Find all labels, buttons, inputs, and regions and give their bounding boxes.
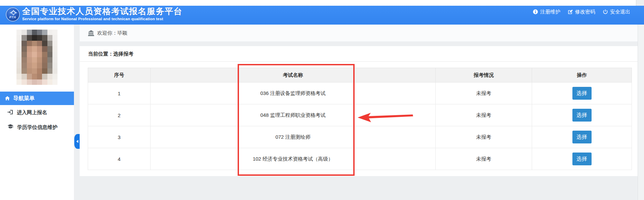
header-link-2[interactable]: 修改密码	[568, 8, 595, 15]
avatar-pixel	[52, 46, 57, 52]
avatar-pixel	[16, 74, 22, 79]
page-title: 全国专业技术人员资格考试报名服务平台	[22, 7, 183, 16]
header-titles: 全国专业技术人员资格考试报名服务平台 Service platform for …	[22, 7, 183, 21]
avatar-pixel	[37, 57, 42, 63]
exam-status-cell: 未报考	[436, 148, 532, 170]
avatar-pixel	[42, 41, 47, 46]
avatar-pixel	[52, 52, 57, 57]
avatar-pixel	[37, 46, 42, 52]
avatar-pixel	[27, 57, 32, 63]
table-row: 4102 经济专业技术资格考试（高级）未报考选择	[88, 148, 632, 170]
lotus-emblem-icon	[9, 9, 18, 16]
avatar-pixel	[37, 41, 42, 46]
header-link-1[interactable]: 注册维护	[533, 8, 560, 15]
avatar-pixel	[32, 74, 37, 79]
sidebar-nav-header: 导航菜单	[0, 92, 74, 105]
avatar-pixel	[42, 35, 47, 40]
avatar-pixel	[32, 46, 37, 52]
avatar-pixel	[16, 63, 22, 68]
header-link-3[interactable]: 安全退出	[603, 8, 630, 15]
avatar-pixel	[27, 41, 32, 46]
page-subtitle: Service platform for National Profession…	[22, 17, 183, 21]
avatar-pixel	[52, 79, 57, 85]
home-icon	[5, 96, 10, 101]
exam-table: 序号考试名称报考情况操作 1036 注册设备监理师资格考试未报考选择2048 监…	[88, 68, 632, 170]
main-content: 欢迎你：毕颖 当前位置：选择报考 序号考试名称报考情况操作 1036 注册设备监…	[80, 25, 638, 200]
avatar-pixel	[47, 63, 52, 68]
avatar-pixel	[22, 41, 27, 46]
avatar-pixel	[47, 79, 52, 85]
table-header-row: 序号考试名称报考情况操作	[88, 68, 632, 82]
screen: PTA 全国专业技术人员资格考试报名服务平台 Service platform …	[0, 0, 644, 200]
avatar-pixel	[32, 35, 37, 40]
avatar-pixel	[42, 79, 47, 85]
avatar-pixel	[37, 79, 42, 85]
table-row: 1036 注册设备监理师资格考试未报考选择	[88, 82, 632, 104]
select-button[interactable]: 选择	[572, 153, 592, 165]
avatar-pixel	[22, 68, 27, 74]
avatar-pixel	[27, 63, 32, 68]
sidebar-item-2[interactable]: 学历学位信息维护	[0, 120, 74, 135]
exam-index-cell: 2	[88, 104, 151, 126]
breadcrumb: 当前位置：选择报考	[80, 46, 638, 62]
avatar-pixel	[16, 46, 22, 52]
edit-icon	[568, 9, 573, 14]
avatar-pixel	[27, 74, 32, 79]
avatar-pixel	[22, 35, 27, 40]
graduation-icon	[7, 124, 13, 130]
avatar-pixel	[42, 46, 47, 52]
column-header: 考试名称	[151, 68, 436, 82]
avatar-pixel	[52, 74, 57, 79]
layout-gap	[74, 25, 80, 200]
sidebar-item-label: 学历学位信息维护	[17, 124, 57, 131]
avatar-pixel	[32, 79, 37, 85]
avatar-pixel	[22, 57, 27, 63]
exam-action-cell: 选择	[532, 104, 632, 126]
select-button[interactable]: 选择	[572, 131, 592, 143]
browser-chrome-strip	[0, 0, 644, 6]
chevron-left-icon	[76, 140, 79, 143]
avatar-pixel	[37, 63, 42, 68]
avatar-pixel	[27, 46, 32, 52]
avatar-pixel	[22, 74, 27, 79]
avatar-pixel	[52, 63, 57, 68]
sidebar-item-1[interactable]: 进入网上报名	[0, 105, 74, 120]
avatar-pixel	[32, 41, 37, 46]
info-icon	[533, 9, 538, 14]
select-button[interactable]: 选择	[572, 87, 592, 100]
avatar-pixel	[52, 57, 57, 63]
sidebar-item-label: 进入网上报名	[17, 109, 47, 116]
avatar-pixel	[42, 30, 47, 35]
avatar-pixel	[27, 35, 32, 40]
sidebar-collapse-tab[interactable]	[74, 134, 80, 149]
signin-icon	[7, 109, 13, 116]
sidebar: 导航菜单 进入网上报名学历学位信息维护	[0, 25, 74, 200]
header-link-label: 修改密码	[575, 8, 595, 15]
column-header: 序号	[88, 68, 151, 82]
scrollbar-track[interactable]	[638, 25, 644, 200]
avatar-pixel	[32, 30, 37, 35]
avatar-pixel	[32, 57, 37, 63]
exam-action-cell: 选择	[532, 82, 632, 104]
avatar-pixel	[47, 30, 52, 35]
exam-name-cell: 072 注册测绘师	[151, 126, 436, 148]
logo-text: PTA	[6, 15, 19, 19]
avatar-pixel	[27, 30, 32, 35]
avatar-pixel	[47, 57, 52, 63]
avatar-pixel	[32, 68, 37, 74]
exam-action-cell: 选择	[532, 126, 632, 148]
avatar-pixel	[52, 41, 57, 46]
welcome-bar: 欢迎你：毕颖	[80, 25, 638, 41]
avatar	[16, 30, 57, 85]
select-button[interactable]: 选择	[572, 109, 592, 122]
avatar-pixel	[42, 57, 47, 63]
avatar-pixel	[16, 79, 22, 85]
power-icon	[603, 9, 608, 14]
avatar-pixel	[16, 30, 22, 35]
exam-index-cell: 1	[88, 82, 151, 104]
avatar-pixel	[42, 63, 47, 68]
avatar-pixel	[27, 68, 32, 74]
avatar-pixel	[37, 74, 42, 79]
pta-logo: PTA	[6, 7, 20, 22]
avatar-pixel	[37, 30, 42, 35]
